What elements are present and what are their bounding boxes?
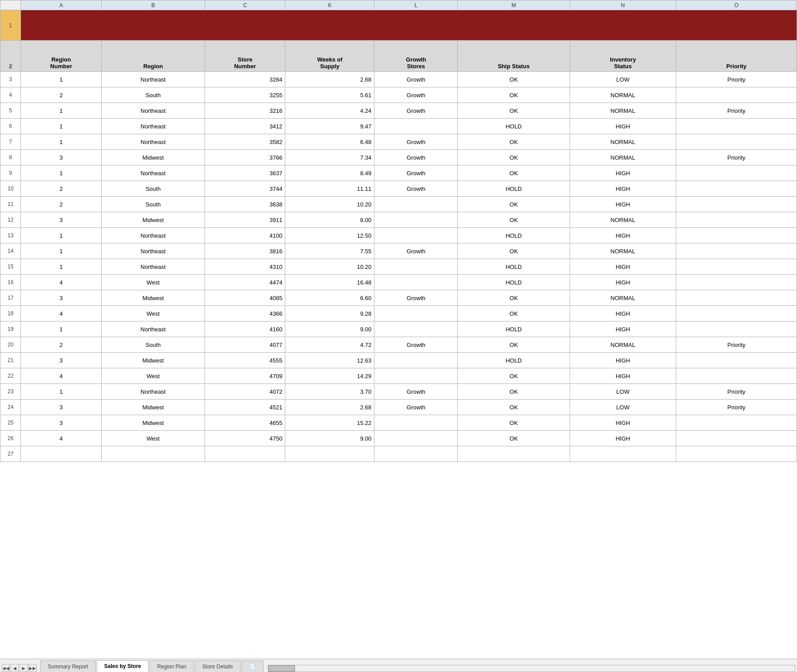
cell-11-c[interactable]: 3638 [205,197,285,212]
cell-18-l[interactable] [374,306,458,322]
cell-24-b[interactable]: Midwest [101,400,205,415]
cell-25-b[interactable]: Midwest [101,415,205,431]
header-region-number[interactable]: RegionNumber [21,41,102,72]
row-num-19[interactable]: 19 [0,322,21,337]
cell-25-k[interactable]: 15.22 [285,415,374,431]
cell-24-o[interactable]: Priority [676,400,797,415]
cell-3-n[interactable]: LOW [570,72,676,87]
cell-6-b[interactable]: Northeast [101,119,205,134]
cell-18-b[interactable]: West [101,306,205,322]
cell-17-a[interactable]: 3 [21,290,102,306]
cell-25-l[interactable] [374,415,458,431]
row-num-2[interactable]: 2 [0,41,21,72]
cell-8-b[interactable]: Midwest [101,150,205,165]
cell-9-m[interactable]: OK [458,165,570,181]
cell-21-c[interactable]: 4555 [205,353,285,368]
cell-7-m[interactable]: OK [458,134,570,150]
cell-10-k[interactable]: 11.11 [285,181,374,197]
cell-8-c[interactable]: 3766 [205,150,285,165]
col-header-m[interactable]: M [458,0,570,10]
cell-14-o[interactable] [676,243,797,259]
row-num-23[interactable]: 23 [0,384,21,400]
cell-8-a[interactable]: 3 [21,150,102,165]
cell-4-o[interactable] [676,87,797,103]
cell-17-l[interactable]: Growth [374,290,458,306]
cell-4-k[interactable]: 5.61 [285,87,374,103]
cell-12-n[interactable]: NORMAL [570,212,676,228]
cell-24-a[interactable]: 3 [21,400,102,415]
cell-8-k[interactable]: 7.34 [285,150,374,165]
cell-23-o[interactable]: Priority [676,384,797,400]
cell-20-n[interactable]: NORMAL [570,337,676,353]
cell-24-c[interactable]: 4521 [205,400,285,415]
cell-21-k[interactable]: 12.63 [285,353,374,368]
col-header-o[interactable]: O [676,0,797,10]
cell-10-m[interactable]: HOLD [458,181,570,197]
cell-11-l[interactable] [374,197,458,212]
header-growth-stores[interactable]: GrowthStores [374,41,458,72]
cell-6-m[interactable]: HOLD [458,119,570,134]
cell-5-k[interactable]: 4.24 [285,103,374,119]
tab-extra[interactable]: 📄 [242,660,263,672]
cell-9-n[interactable]: HIGH [570,165,676,181]
cell-13-a[interactable]: 1 [21,228,102,243]
cell-26-m[interactable]: OK [458,431,570,446]
cell-14-b[interactable]: Northeast [101,243,205,259]
row-num-14[interactable]: 14 [0,243,21,259]
cell-26-k[interactable]: 9.00 [285,431,374,446]
horizontal-scrollbar[interactable] [268,665,795,672]
cell-5-c[interactable]: 3216 [205,103,285,119]
cell-22-l[interactable] [374,368,458,384]
cell-7-a[interactable]: 1 [21,134,102,150]
cell-5-l[interactable]: Growth [374,103,458,119]
row-num-22[interactable]: 22 [0,368,21,384]
cell-5-o[interactable]: Priority [676,103,797,119]
cell-17-b[interactable]: Midwest [101,290,205,306]
cell-21-o[interactable] [676,353,797,368]
cell-11-k[interactable]: 10.20 [285,197,374,212]
cell-20-b[interactable]: South [101,337,205,353]
cell-11-o[interactable] [676,197,797,212]
cell-26-o[interactable] [676,431,797,446]
cell-27-col0[interactable] [21,446,102,462]
cell-14-n[interactable]: NORMAL [570,243,676,259]
cell-19-l[interactable] [374,322,458,337]
cell-21-a[interactable]: 3 [21,353,102,368]
cell-10-b[interactable]: South [101,181,205,197]
cell-15-o[interactable] [676,259,797,275]
tab-sales-by-store[interactable]: Sales by Store [97,660,149,672]
cell-3-l[interactable]: Growth [374,72,458,87]
cell-6-n[interactable]: HIGH [570,119,676,134]
row-num-6[interactable]: 6 [0,119,21,134]
cell-17-c[interactable]: 4085 [205,290,285,306]
row-num-3[interactable]: 3 [0,72,21,87]
cell-3-k[interactable]: 2.68 [285,72,374,87]
cell-22-n[interactable]: HIGH [570,368,676,384]
cell-20-l[interactable]: Growth [374,337,458,353]
row-num-10[interactable]: 10 [0,181,21,197]
cell-13-k[interactable]: 12.50 [285,228,374,243]
tab-prev-arrow[interactable]: ◀ [11,664,19,672]
cell-6-l[interactable] [374,119,458,134]
cell-25-a[interactable]: 3 [21,415,102,431]
cell-12-k[interactable]: 8.00 [285,212,374,228]
cell-16-l[interactable] [374,275,458,290]
cell-4-l[interactable]: Growth [374,87,458,103]
header-priority[interactable]: Priority [676,41,797,72]
cell-4-n[interactable]: NORMAL [570,87,676,103]
cell-5-n[interactable]: NORMAL [570,103,676,119]
cell-8-n[interactable]: NORMAL [570,150,676,165]
cell-13-c[interactable]: 4100 [205,228,285,243]
cell-26-b[interactable]: West [101,431,205,446]
cell-18-n[interactable]: HIGH [570,306,676,322]
row-num-24[interactable]: 24 [0,400,21,415]
row-num-13[interactable]: 13 [0,228,21,243]
cell-6-o[interactable] [676,119,797,134]
cell-22-b[interactable]: West [101,368,205,384]
cell-4-a[interactable]: 2 [21,87,102,103]
col-header-c[interactable]: C [205,0,285,10]
cell-27-col5[interactable] [458,446,570,462]
col-header-k[interactable]: K [285,0,374,10]
cell-22-k[interactable]: 14.29 [285,368,374,384]
cell-16-o[interactable] [676,275,797,290]
